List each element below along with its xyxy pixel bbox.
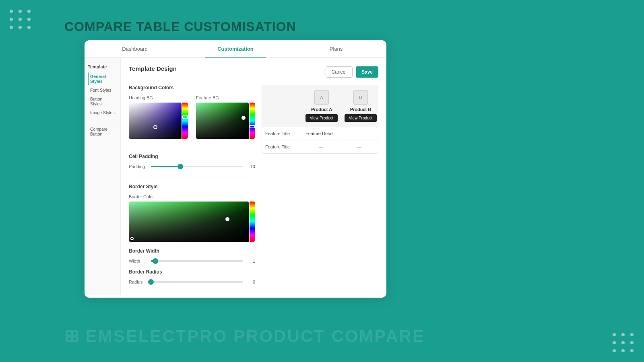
sidebar: Template General Styles Font Styles Butt… xyxy=(85,58,121,295)
padding-label: Padding xyxy=(129,164,147,169)
tabs-bar: Dashboard Customization Plans xyxy=(85,40,386,58)
hue-strip-border[interactable] xyxy=(250,202,255,242)
feature-bg-picker[interactable] xyxy=(196,103,255,139)
sidebar-item-image-styles[interactable]: Image Styles xyxy=(88,109,117,117)
padding-track[interactable] xyxy=(151,166,243,167)
page-title: COMPARE TABLE CUSTOMISATION xyxy=(64,19,296,34)
preview-panel: A Product A View Product B Product B xyxy=(262,85,378,284)
sidebar-item-general-styles[interactable]: General Styles xyxy=(88,72,117,85)
hue-cursor-feature xyxy=(250,125,255,128)
main-content: Template Design Cancel Save Background C… xyxy=(121,58,386,295)
border-radius-track[interactable] xyxy=(151,281,243,283)
product-a-name: Product A xyxy=(311,107,332,112)
heading-bg-picker[interactable] xyxy=(129,103,188,139)
cell-padding-section: Cell Padding Padding 10 xyxy=(129,154,255,169)
watermark: ⊞ EMSELECTPRO PRODUCT COMPARE xyxy=(64,326,425,346)
view-product-b-button[interactable]: View Product xyxy=(345,114,377,122)
product-b-image: B xyxy=(353,90,368,105)
border-radius-thumb[interactable] xyxy=(148,279,154,285)
border-color-label: Border Color xyxy=(129,194,255,199)
feature-detail-1: Feature Detail xyxy=(302,127,340,140)
border-width-thumb[interactable] xyxy=(153,258,158,264)
tab-customization[interactable]: Customization xyxy=(185,40,286,58)
decorative-dots-tl xyxy=(10,10,31,29)
feature-value-b-2: — xyxy=(340,140,378,153)
feature-title-2: Feature Title xyxy=(262,140,302,153)
section-header: Template Design Cancel Save xyxy=(129,65,378,78)
preview-feature-row-1: Feature Title Feature Detail — xyxy=(262,127,378,140)
product-b-card: B Product B View Product xyxy=(345,90,377,122)
border-color-gradient xyxy=(129,202,249,242)
hue-strip-heading[interactable] xyxy=(182,103,188,139)
feature-title-1: Feature Title xyxy=(262,127,302,140)
cell-padding-title: Cell Padding xyxy=(129,154,255,159)
preview-product-a-cell: A Product A View Product xyxy=(302,85,341,127)
divider-2 xyxy=(129,177,255,177)
feature-value-b-1: — xyxy=(340,127,378,140)
preview-header-empty xyxy=(262,85,302,127)
border-width-track[interactable] xyxy=(151,260,243,262)
border-style-title: Border Style xyxy=(129,184,255,189)
color-pickers-row: Heading BG xyxy=(129,95,255,139)
border-width-row: Width 1 xyxy=(129,259,255,263)
feature-bg-group: Feature BG xyxy=(196,95,255,139)
preview-header-row: A Product A View Product B Product B xyxy=(262,85,378,127)
sidebar-item-button-styles[interactable]: Button Styles xyxy=(88,95,117,108)
product-b-name: Product B xyxy=(350,107,372,112)
padding-slider-row: Padding 10 xyxy=(129,164,255,169)
preview-feature-row-2: Feature Title — — xyxy=(262,140,378,153)
border-color-cursor xyxy=(225,217,229,221)
form-panel: Background Colors Heading BG xyxy=(129,85,255,284)
preview-product-b-cell: B Product B View Product xyxy=(341,85,378,127)
main-card: Dashboard Customization Plans Template G… xyxy=(85,40,386,298)
heading-bg-group: Heading BG xyxy=(129,95,188,139)
heading-bg-label: Heading BG xyxy=(129,95,188,100)
product-a-card: A Product A View Product xyxy=(305,90,338,122)
sidebar-section-template: Template xyxy=(88,64,117,69)
border-width-label: Width xyxy=(129,259,147,263)
border-color-picker[interactable] xyxy=(129,202,255,242)
sidebar-item-compare-button[interactable]: Compare Button xyxy=(88,125,117,138)
tab-dashboard[interactable]: Dashboard xyxy=(85,40,185,58)
hue-cursor-heading xyxy=(182,115,188,119)
padding-thumb[interactable] xyxy=(178,164,183,169)
border-radius-row: Radius 0 xyxy=(129,280,255,284)
product-a-image: A xyxy=(314,90,329,105)
feature-bg-cursor xyxy=(242,116,246,120)
decorative-dots-br xyxy=(613,333,634,352)
border-width-title: Border Width xyxy=(129,248,255,254)
background-colors-section: Background Colors Heading BG xyxy=(129,85,255,139)
divider-1 xyxy=(129,147,255,147)
hue-strip-feature[interactable] xyxy=(250,103,255,139)
content-split: Background Colors Heading BG xyxy=(129,85,378,284)
view-product-a-button[interactable]: View Product xyxy=(305,114,338,122)
feature-bg-label: Feature BG xyxy=(196,95,255,100)
border-radius-title: Border Radius xyxy=(129,269,255,275)
heading-bg-cursor xyxy=(153,125,157,129)
border-style-section: Border Style Border Color xyxy=(129,184,255,284)
background-colors-title: Background Colors xyxy=(129,85,255,90)
sidebar-divider xyxy=(88,121,117,121)
padding-value: 10 xyxy=(247,164,255,169)
save-button[interactable]: Save xyxy=(356,66,378,78)
heading-bg-gradient xyxy=(129,103,182,139)
border-width-value: 1 xyxy=(247,259,255,263)
border-radius-label: Radius xyxy=(129,280,147,284)
sidebar-item-font-styles[interactable]: Font Styles xyxy=(88,86,117,94)
border-dark-cursor xyxy=(130,237,134,240)
tab-plans[interactable]: Plans xyxy=(286,40,386,58)
feature-detail-2: — xyxy=(302,140,340,153)
feature-bg-gradient xyxy=(196,103,249,139)
preview-table: A Product A View Product B Product B xyxy=(262,85,378,154)
card-body: Template General Styles Font Styles Butt… xyxy=(85,58,386,295)
cancel-button[interactable]: Cancel xyxy=(326,66,353,78)
border-radius-value: 0 xyxy=(247,280,255,284)
section-title: Template Design xyxy=(129,65,177,72)
padding-fill xyxy=(151,166,180,167)
